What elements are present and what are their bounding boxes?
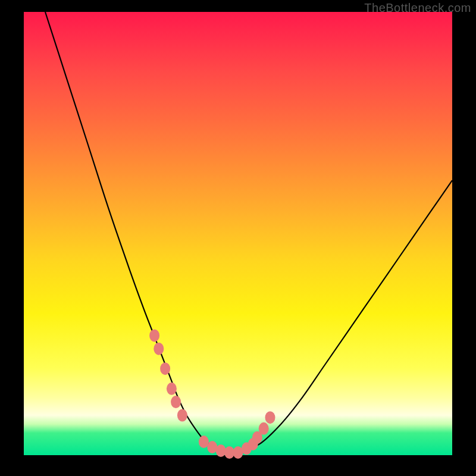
marker-point <box>259 422 269 435</box>
curve-svg <box>24 12 452 455</box>
marker-point <box>207 441 217 453</box>
bottleneck-curve <box>45 12 452 453</box>
marker-point <box>177 409 187 422</box>
marker-point <box>265 411 275 424</box>
chart-stage: TheBottleneck.com <box>0 0 476 476</box>
marker-point <box>216 444 226 457</box>
marker-point <box>149 329 159 342</box>
watermark-text: TheBottleneck.com <box>364 1 471 15</box>
marker-point <box>154 343 164 355</box>
plot-area <box>24 12 452 455</box>
marker-group <box>149 329 275 459</box>
marker-point <box>167 383 177 395</box>
marker-point <box>199 436 209 448</box>
marker-point <box>160 362 170 375</box>
marker-point <box>171 396 181 408</box>
